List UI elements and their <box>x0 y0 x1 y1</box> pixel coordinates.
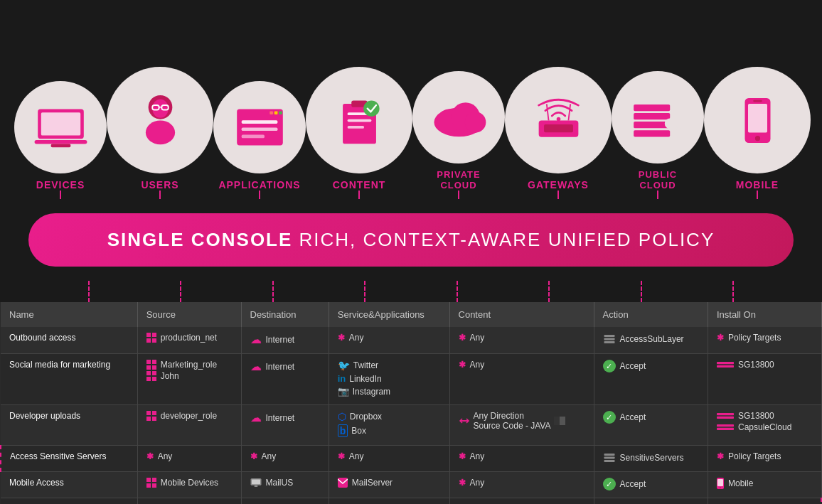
dest-text-5: MailUS <box>266 478 294 488</box>
table-row: Access to Web Server ✱ Any <box>1 498 821 505</box>
svg-rect-79 <box>252 480 260 485</box>
mobile-icon <box>742 94 774 147</box>
col-install: Install On <box>708 302 821 327</box>
source-item-2b: John <box>146 371 233 381</box>
icon-mobile: MOBILE <box>704 67 811 199</box>
grid-icon-5 <box>146 478 156 488</box>
install-text-3a: SG13800 <box>738 411 774 421</box>
row1-content: ✱ Any <box>449 327 594 354</box>
row6-install: Microsoft Azure AWS <box>708 498 821 505</box>
service-item-4: ✱ Any <box>338 451 441 461</box>
row3-content: Any DirectionSource Code - JAVA <box>449 405 594 446</box>
svg-point-26 <box>464 112 486 133</box>
svg-rect-28 <box>544 124 573 132</box>
arrows-icon <box>459 415 470 427</box>
action-text-3: Accept <box>620 412 646 422</box>
gateway-icon <box>532 97 585 144</box>
gateways-circle <box>505 67 612 173</box>
asterisk-4d: ✱ <box>250 451 257 461</box>
users-circle <box>107 67 213 173</box>
app-dropbox: ⬡ Dropbox <box>338 411 441 422</box>
source-item-3: developer_role <box>146 411 233 421</box>
table-row: Developer uploads developer_role <box>1 405 821 446</box>
row6-source: ✱ Any <box>137 498 241 505</box>
row1-install: ✱ Policy Targets <box>708 327 821 354</box>
row4-service: ✱ Any <box>329 446 449 472</box>
install-text-2: SG13800 <box>738 360 774 370</box>
svg-point-29 <box>556 117 560 121</box>
gateways-label: GATEWAYS <box>528 179 589 191</box>
app-icon <box>233 106 287 149</box>
app-linkedin: in LinkedIn <box>338 373 441 384</box>
source-text-2b: John <box>161 371 179 381</box>
col-destination: Destination <box>241 302 329 327</box>
svg-rect-15 <box>241 127 277 131</box>
mobile-label: MOBILE <box>736 179 779 191</box>
dest-item: ☁ Internet <box>250 333 320 346</box>
svg-point-84 <box>720 487 721 488</box>
svg-rect-10 <box>237 109 283 146</box>
asterisk-2: ✱ <box>459 360 466 370</box>
svg-rect-51 <box>146 360 151 364</box>
row4-source: ✱ Any <box>137 446 241 472</box>
row2-install: SG13800 <box>708 354 821 405</box>
content-circle <box>306 67 412 173</box>
svg-rect-76 <box>146 483 151 488</box>
col-action: Action <box>594 302 708 327</box>
user-icon <box>134 94 187 147</box>
svg-rect-46 <box>146 338 151 343</box>
table-row: Mobile Access Mobile Devices <box>1 472 821 498</box>
icon-applications: APPLICATIONS <box>213 45 306 199</box>
install-item-3a: SG13800 <box>717 411 813 421</box>
svg-rect-58 <box>152 377 156 381</box>
asterisk-4c: ✱ <box>459 451 466 461</box>
row2-dest: ☁ Internet <box>241 354 329 405</box>
public-cloud-circle <box>612 71 704 163</box>
service-text-4: Any <box>349 451 364 461</box>
source-item-2a: Marketing_role <box>146 360 233 370</box>
install-item-4: ✱ Policy Targets <box>717 451 813 461</box>
app-box: b Box <box>338 424 441 437</box>
dest-item-5: MailUS <box>250 478 320 488</box>
install-text: Policy Targets <box>728 333 781 343</box>
table-body: Outbound access production_net <box>1 327 821 504</box>
svg-point-5 <box>152 99 169 117</box>
row4-dest: ✱ Any <box>241 446 329 472</box>
svg-rect-2 <box>34 140 87 144</box>
svg-rect-33 <box>634 113 670 119</box>
content-item-4: ✱ Any <box>459 451 585 461</box>
icon-private-cloud: PRIVATECLOUD <box>412 36 505 199</box>
action-item-4: SensitiveServers <box>603 451 699 464</box>
asterisk-4s: ✱ <box>146 451 154 461</box>
box-text: Box <box>351 426 366 436</box>
grid-icon-3 <box>146 411 156 421</box>
svg-rect-14 <box>241 120 277 124</box>
accept-check-2: ✓ <box>603 360 616 372</box>
instagram-icon: 📷 <box>338 386 349 397</box>
connector-line-3 <box>272 281 274 302</box>
console-bar-text: SINGLE CONSOLE RICH, CONTEXT-AWARE UNIFI… <box>107 229 715 250</box>
svg-rect-66 <box>560 417 565 425</box>
action-text: AccessSubLayer <box>620 334 684 344</box>
connector-line-6 <box>548 281 550 302</box>
svg-rect-81 <box>338 478 348 488</box>
dest-text-2: Internet <box>266 362 295 372</box>
icon-gateways: GATEWAYS <box>505 67 612 199</box>
dest-text-4: Any <box>262 451 277 461</box>
svg-rect-73 <box>604 460 614 462</box>
row6-name: Access to Web Server <box>1 498 137 505</box>
svg-line-30 <box>546 104 548 120</box>
svg-rect-16 <box>241 135 264 139</box>
svg-rect-59 <box>717 362 734 364</box>
users-label: USERS <box>141 179 178 191</box>
app-instagram: 📷 Instagram <box>338 386 441 397</box>
svg-rect-77 <box>152 483 156 488</box>
svg-rect-53 <box>146 365 151 370</box>
action-item-3: ✓ Accept <box>603 411 699 424</box>
svg-rect-63 <box>146 417 151 421</box>
row5-install: Mobile <box>708 472 821 498</box>
icons-section: DEVICES USERS <box>0 0 822 199</box>
service-text-5: MailServer <box>352 478 393 488</box>
asterisk-icon3: ✱ <box>717 333 724 343</box>
action-text-2: Accept <box>620 361 646 371</box>
